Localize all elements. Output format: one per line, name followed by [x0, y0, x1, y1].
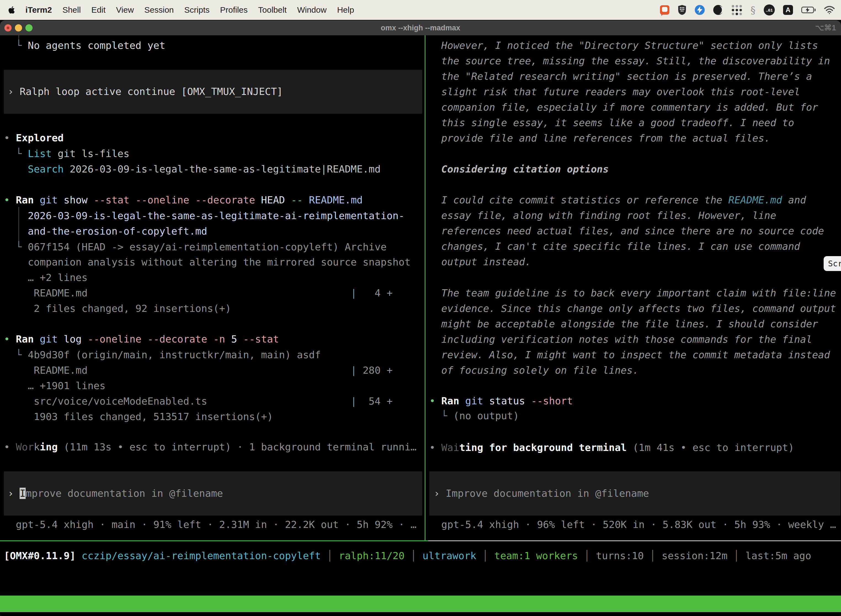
- terminal-line: companion analysis without altering the …: [4, 254, 410, 270]
- screen-tooltip: Scre: [823, 256, 841, 271]
- menu-item-scripts[interactable]: Scripts: [184, 5, 210, 15]
- terminal-line: the "Related research writing" section i…: [429, 69, 812, 84]
- iterm-window: omx --xhigh --madmax ⌥⌘1 › Ralph loop ac…: [0, 21, 841, 616]
- terminal-line: might be acceptable alongside the file l…: [429, 316, 818, 332]
- terminal-line: › Improve documentation in @filename: [8, 486, 223, 501]
- active-pane-border: [0, 540, 428, 541]
- terminal-line: review. Also, I might want to inspect th…: [429, 347, 830, 363]
- shield-grid-icon[interactable]: [678, 5, 687, 15]
- menu-item-help[interactable]: Help: [337, 5, 354, 15]
- window-shortcut-badge: ⌥⌘1: [815, 21, 836, 35]
- terminal-line: 2 files changed, 92 insertions(+): [4, 301, 231, 316]
- pane-divider[interactable]: [425, 35, 425, 540]
- keyboard-layout-icon[interactable]: A: [783, 5, 793, 15]
- title-bar[interactable]: omx --xhigh --madmax ⌥⌘1: [0, 21, 841, 35]
- terminal-line: The team guideline is to back every impo…: [429, 285, 836, 301]
- chat-badge-icon[interactable]: [660, 5, 670, 15]
- omx-status-bar: [OMX#0.11.9] cczip/essay/ai-reimplementa…: [4, 548, 811, 563]
- terminal-line: └ List git ls-files: [4, 146, 129, 161]
- terminal-line: • Working (11m 13s • esc to interrupt) ·…: [4, 439, 417, 455]
- squiggle-icon[interactable]: §: [750, 4, 756, 16]
- terminal-line: README.md | 280 +: [4, 363, 393, 378]
- menu-app-name[interactable]: iTerm2: [25, 5, 52, 15]
- right-agent-pane[interactable]: › Improve documentation in @filename How…: [429, 35, 841, 540]
- prompt-input-left[interactable]: › Improve documentation in @filename: [4, 471, 422, 516]
- window-title: omx --xhigh --madmax: [381, 21, 460, 35]
- menu-bar: iTerm2 ShellEditViewSessionScriptsProfil…: [0, 0, 841, 20]
- menu-item-window[interactable]: Window: [297, 5, 327, 15]
- battery-icon[interactable]: [801, 7, 816, 13]
- menu-item-edit[interactable]: Edit: [91, 5, 105, 15]
- close-button[interactable]: [4, 24, 12, 31]
- dots-grid-icon[interactable]: [732, 5, 742, 15]
- prompt-input-right[interactable]: › Improve documentation in @filename: [429, 471, 841, 516]
- terminal-line: output instead.: [429, 254, 531, 270]
- terminal-line: including verification notes with those …: [429, 332, 812, 347]
- terminal-line: slight risk that future readers may over…: [429, 84, 800, 100]
- terminal-line: • Explored: [4, 130, 64, 146]
- terminal-line: └ (no output): [429, 408, 519, 424]
- terminal-line: src/voice/voiceModeEnabled.ts | 54 +: [4, 393, 393, 409]
- terminal-line: … +2 lines: [4, 270, 88, 285]
- gauge-61-icon[interactable]: ..61: [764, 4, 775, 15]
- terminal-line: • Ran git show --stat --oneline --decora…: [4, 192, 363, 208]
- terminal-line: 1903 files changed, 513517 insertions(+): [4, 409, 273, 424]
- terminal-line: companion file, especially if more comme…: [429, 100, 818, 115]
- terminal-line: Search 2026-03-09-is-legal-the-same-as-l…: [4, 161, 381, 177]
- terminal-line: └ 067f154 (HEAD -> essay/ai-reimplementa…: [4, 239, 387, 255]
- minimize-button[interactable]: [15, 24, 22, 31]
- terminal-line: of focusing solely on file lines.: [429, 363, 639, 378]
- terminal-line: gpt-5.4 xhigh · 96% left · 520K in · 5.8…: [429, 517, 836, 532]
- terminal-line: However, I noticed the "Directory Struct…: [429, 38, 818, 53]
- terminal-line: essay file, along with finding root file…: [429, 208, 776, 223]
- left-agent-pane[interactable]: › Ralph loop active continue [OMX_TMUX_I…: [4, 35, 422, 540]
- terminal-line: • Ran git log --oneline --decorate -n 5 …: [4, 331, 279, 347]
- bolt-circle-icon[interactable]: [695, 5, 705, 15]
- terminal-line: references need actual files, and since …: [429, 223, 824, 239]
- inactive-pane-border: [428, 540, 841, 541]
- menu-item-profiles[interactable]: Profiles: [220, 5, 248, 15]
- terminal-line: evidence. Since this change only affects…: [429, 301, 836, 316]
- menu-item-toolbelt[interactable]: Toolbelt: [258, 5, 287, 15]
- terminal-area[interactable]: › Ralph loop active continue [OMX_TMUX_I…: [0, 35, 841, 616]
- terminal-line: the source tree, missing the essay. Stil…: [429, 53, 830, 69]
- wifi-icon[interactable]: [824, 6, 835, 14]
- terminal-line: • Waiting for background terminal (1m 41…: [429, 440, 794, 455]
- tmux-session-label: [omx-cczip0:bash*: [3, 612, 104, 616]
- terminal-line: I could cite commit statistics or refere…: [429, 192, 806, 208]
- apple-logo-icon[interactable]: [8, 6, 15, 14]
- menu-item-session[interactable]: Session: [144, 5, 174, 15]
- tmux-status-bar: [omx-cczip0:bash* "MacBook-Pro-44.local"…: [0, 595, 841, 612]
- crescent-circle-icon[interactable]: [713, 5, 724, 15]
- menu-item-shell[interactable]: Shell: [62, 5, 81, 15]
- terminal-line: changes, I can't cite specific file line…: [429, 239, 800, 254]
- terminal-line: gpt-5.4 xhigh · main · 91% left · 2.31M …: [4, 517, 417, 532]
- terminal-line: └ No agents completed yet: [4, 38, 165, 53]
- ralph-loop-banner: › Ralph loop active continue [OMX_TMUX_I…: [4, 70, 422, 114]
- menu-item-view[interactable]: View: [116, 5, 134, 15]
- terminal-line: README.md | 4 +: [4, 285, 393, 301]
- terminal-line: └ 4b9d30f (origin/main, instructkr/main,…: [4, 347, 321, 363]
- terminal-line: and-the-erosion-of-copyleft.md: [4, 224, 207, 239]
- terminal-line: › Improve documentation in @filename: [434, 486, 649, 501]
- terminal-line: • Ran git status --short: [429, 393, 573, 409]
- terminal-line: › Ralph loop active continue [OMX_TMUX_I…: [8, 84, 283, 99]
- terminal-line: this single essay, it seems like a good …: [429, 115, 794, 131]
- terminal-line: 2026-03-09-is-legal-the-same-as-legitima…: [4, 208, 404, 224]
- terminal-line: Considering citation options: [429, 161, 609, 177]
- zoom-button[interactable]: [25, 24, 32, 31]
- terminal-line: provide file and line references from th…: [429, 131, 770, 146]
- terminal-line: … +1901 lines: [4, 378, 105, 393]
